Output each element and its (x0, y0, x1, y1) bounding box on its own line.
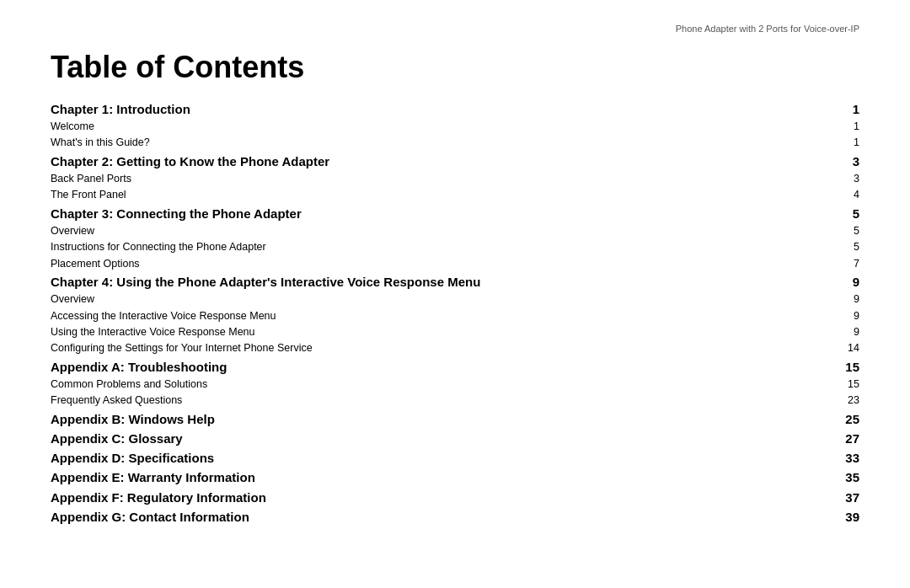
toc-sub-label: Accessing the Interactive Voice Response… (51, 308, 816, 324)
toc-sub-page: 5 (816, 223, 859, 239)
toc-chapter-label: Appendix B: Windows Help (51, 409, 816, 429)
toc-chapter-page: 27 (816, 429, 859, 448)
toc-main-row: Appendix B: Windows Help25 (51, 409, 859, 429)
toc-sub-label: Frequently Asked Questions (51, 393, 816, 409)
toc-sub-page: 3 (816, 171, 859, 187)
toc-main-row: Appendix F: Regulatory Information37 (51, 488, 859, 507)
toc-chapter-page: 15 (816, 357, 859, 377)
toc-sub-row: Placement Options7 (51, 256, 859, 272)
toc-sub-label: The Front Panel (51, 187, 816, 203)
toc-chapter-page: 39 (816, 507, 859, 527)
toc-sub-row: Accessing the Interactive Voice Response… (51, 308, 859, 324)
toc-sub-row: What's in this Guide?1 (51, 135, 859, 151)
toc-chapter-label: Appendix G: Contact Information (51, 507, 816, 527)
toc-sub-label: Overview (51, 223, 816, 239)
toc-sub-page: 23 (816, 393, 859, 409)
toc-sub-page: 1 (816, 119, 859, 135)
toc-sub-page: 9 (816, 308, 859, 324)
toc-sub-label: Instructions for Connecting the Phone Ad… (51, 239, 816, 255)
toc-sub-row: Instructions for Connecting the Phone Ad… (51, 239, 859, 255)
toc-sub-page: 4 (816, 187, 859, 203)
toc-sub-label: Configuring the Settings for Your Intern… (51, 340, 816, 356)
toc-sub-page: 5 (816, 239, 859, 255)
toc-chapter-page: 5 (816, 204, 859, 223)
toc-main-row: Appendix G: Contact Information39 (51, 507, 859, 527)
toc-chapter-page: 9 (816, 272, 859, 291)
toc-main-row: Chapter 2: Getting to Know the Phone Ada… (51, 152, 859, 171)
toc-sub-label: Overview (51, 291, 816, 307)
toc-chapter-label: Appendix E: Warranty Information (51, 468, 816, 487)
toc-sub-page: 15 (816, 377, 859, 393)
toc-chapter-page: 3 (816, 152, 859, 171)
toc-sub-row: Welcome1 (51, 119, 859, 135)
toc-sub-row: Overview5 (51, 223, 859, 239)
toc-sub-label: Welcome (51, 119, 816, 135)
page-title: Table of Contents (51, 51, 859, 84)
toc-sub-label: Placement Options (51, 256, 816, 272)
toc-chapter-page: 25 (816, 409, 859, 429)
toc-main-row: Chapter 1: Introduction1 (51, 99, 859, 119)
toc-main-row: Appendix E: Warranty Information35 (51, 468, 859, 487)
toc-table: Chapter 1: Introduction1Welcome1What's i… (51, 99, 859, 527)
toc-sub-row: Configuring the Settings for Your Intern… (51, 340, 859, 356)
toc-sub-row: Back Panel Ports3 (51, 171, 859, 187)
header-label: Phone Adapter with 2 Ports for Voice-ove… (676, 24, 859, 34)
toc-sub-row: Using the Interactive Voice Response Men… (51, 324, 859, 340)
toc-main-row: Chapter 4: Using the Phone Adapter's Int… (51, 272, 859, 291)
toc-main-row: Appendix A: Troubleshooting15 (51, 357, 859, 377)
toc-sub-row: Overview9 (51, 291, 859, 307)
toc-chapter-label: Appendix A: Troubleshooting (51, 357, 816, 377)
toc-sub-label: Common Problems and Solutions (51, 377, 816, 393)
toc-chapter-label: Chapter 3: Connecting the Phone Adapter (51, 204, 816, 223)
toc-sub-page: 9 (816, 291, 859, 307)
toc-main-row: Appendix D: Specifications33 (51, 448, 859, 468)
toc-sub-row: Frequently Asked Questions23 (51, 393, 859, 409)
page: Phone Adapter with 2 Ports for Voice-ove… (0, 0, 910, 588)
toc-chapter-page: 33 (816, 448, 859, 468)
toc-sub-page: 14 (816, 340, 859, 356)
toc-chapter-label: Appendix C: Glossary (51, 429, 816, 448)
toc-chapter-page: 37 (816, 488, 859, 507)
toc-sub-row: Common Problems and Solutions15 (51, 377, 859, 393)
toc-chapter-page: 35 (816, 468, 859, 487)
toc-sub-row: The Front Panel4 (51, 187, 859, 203)
toc-sub-label: Back Panel Ports (51, 171, 816, 187)
toc-main-row: Appendix C: Glossary27 (51, 429, 859, 448)
toc-sub-label: What's in this Guide? (51, 135, 816, 151)
toc-chapter-label: Chapter 4: Using the Phone Adapter's Int… (51, 272, 816, 291)
toc-chapter-page: 1 (816, 99, 859, 119)
toc-sub-label: Using the Interactive Voice Response Men… (51, 324, 816, 340)
toc-chapter-label: Appendix F: Regulatory Information (51, 488, 816, 507)
toc-main-row: Chapter 3: Connecting the Phone Adapter5 (51, 204, 859, 223)
toc-chapter-label: Appendix D: Specifications (51, 448, 816, 468)
toc-sub-page: 7 (816, 256, 859, 272)
toc-sub-page: 1 (816, 135, 859, 151)
toc-chapter-label: Chapter 2: Getting to Know the Phone Ada… (51, 152, 816, 171)
toc-chapter-label: Chapter 1: Introduction (51, 99, 816, 119)
toc-sub-page: 9 (816, 324, 859, 340)
